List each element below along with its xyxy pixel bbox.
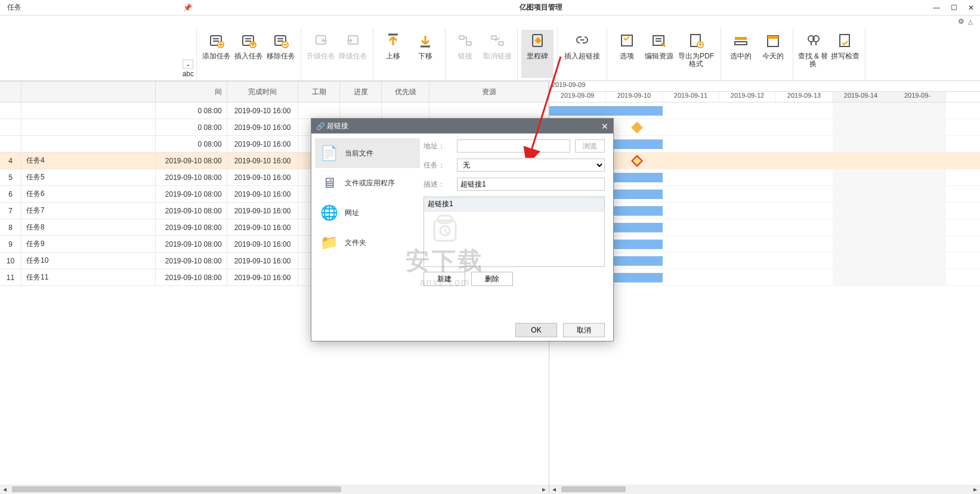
cell-start[interactable]: 2019-09-10 08:00	[156, 153, 227, 169]
dialog-side-item[interactable]: 🖥文件或应用程序	[315, 168, 420, 198]
list-item[interactable]: 超链接1	[424, 197, 604, 212]
dialog-close-button[interactable]: ✕	[601, 122, 608, 131]
milestone-icon[interactable]	[631, 122, 643, 133]
cell-prio[interactable]	[382, 102, 429, 119]
new-button[interactable]: 新建	[423, 272, 465, 286]
cell-name[interactable]: 任务9	[21, 236, 156, 253]
cell-end[interactable]: 2019-09-10 16:00	[227, 203, 299, 219]
minimize-button[interactable]: —	[933, 4, 940, 12]
edit-res-icon	[651, 32, 667, 49]
cell-start[interactable]: 2019-09-10 08:00	[156, 186, 227, 203]
text-format-button[interactable]: ⌄ abc	[183, 60, 194, 78]
maximize-button[interactable]: ☐	[951, 4, 957, 12]
cell-name[interactable]	[21, 119, 156, 136]
cell-start[interactable]: 2019-09-10 08:00	[156, 169, 227, 186]
h-scrollbar-right[interactable]: ◂▸	[549, 484, 980, 494]
cell-end[interactable]: 2019-09-10 16:00	[227, 186, 299, 203]
gantt-bar[interactable]	[549, 106, 663, 116]
ribbon-find-replace[interactable]: 查找 & 替换	[797, 30, 829, 78]
cell-prog[interactable]	[340, 102, 382, 119]
gantt-row[interactable]	[549, 203, 980, 219]
address-input[interactable]	[457, 139, 570, 153]
gantt-row[interactable]	[549, 153, 980, 169]
ribbon-hyperlink[interactable]: 插入超链接	[561, 30, 603, 78]
gantt-row[interactable]	[549, 236, 980, 253]
ribbon-remove-task[interactable]: 移除任务	[265, 30, 297, 78]
cancel-button[interactable]: 取消	[563, 323, 605, 337]
cell-name[interactable]: 任务8	[21, 219, 156, 236]
cell-start[interactable]: 2019-09-10 08:00	[156, 253, 227, 269]
ribbon-milestone[interactable]: 里程碑	[521, 30, 554, 78]
gantt-row[interactable]	[549, 253, 980, 269]
ribbon-today[interactable]: 今天的	[757, 30, 789, 78]
ribbon-selected[interactable]: 选中的	[725, 30, 757, 78]
cell-end[interactable]: 2019-09-10 16:00	[227, 236, 299, 253]
cell-start[interactable]: 0 08:00	[156, 119, 227, 136]
ribbon-link[interactable]: 链接	[449, 30, 481, 78]
cell-end[interactable]: 2019-09-10 16:00	[227, 269, 299, 286]
ribbon-options[interactable]: 选项	[611, 30, 643, 78]
svg-rect-13	[499, 42, 503, 45]
cell-end[interactable]: 2019-09-10 16:00	[227, 169, 299, 186]
ribbon-unlink[interactable]: 取消链接	[481, 30, 514, 78]
cell-name[interactable]	[21, 102, 156, 119]
cell-name[interactable]: 任务6	[21, 186, 156, 203]
gantt-row[interactable]	[549, 136, 980, 153]
cell-end[interactable]: 2019-09-10 16:00	[227, 119, 299, 136]
cell-end[interactable]: 2019-09-10 16:00	[227, 219, 299, 236]
ribbon-edit-res[interactable]: 编辑资源	[643, 30, 675, 78]
collapse-icon[interactable]: △	[968, 18, 973, 25]
close-button[interactable]: ✕	[968, 4, 974, 12]
ribbon-add-task[interactable]: 添加任务	[200, 30, 233, 78]
ribbon-demote[interactable]: 降级任务	[337, 30, 369, 78]
cell-name[interactable]: 任务7	[21, 203, 156, 219]
ribbon-move-up[interactable]: 上移	[377, 30, 409, 78]
cell-index	[0, 136, 21, 153]
cell-end[interactable]: 2019-09-10 16:00	[227, 136, 299, 153]
cell-start[interactable]: 2019-09-10 08:00	[156, 236, 227, 253]
cell-name[interactable]	[21, 136, 156, 153]
ribbon-promote[interactable]: 升级任务	[305, 30, 337, 78]
svg-rect-20	[735, 37, 747, 40]
cell-name[interactable]: 任务4	[21, 153, 156, 169]
browse-button[interactable]: 浏览	[575, 139, 605, 153]
cell-end[interactable]: 2019-09-10 16:00	[227, 253, 299, 269]
link-list[interactable]: 超链接1	[423, 197, 605, 267]
dialog-side-item[interactable]: 📁文件夹	[315, 228, 420, 257]
cell-res[interactable]	[429, 102, 549, 119]
gear-icon[interactable]: ⚙	[958, 17, 964, 26]
cell-start[interactable]: 2019-09-10 08:00	[156, 203, 227, 219]
pin-icon[interactable]: 📌	[183, 4, 192, 12]
ok-button[interactable]: OK	[515, 323, 557, 337]
dialog-side-item[interactable]: 🌐网址	[315, 198, 420, 228]
gantt-row[interactable]	[549, 169, 980, 186]
h-scrollbar-left[interactable]: ◂▸	[0, 484, 549, 494]
svg-rect-16	[622, 35, 632, 46]
cell-start[interactable]: 2019-09-10 08:00	[156, 269, 227, 286]
ribbon-export-pdf[interactable]: 导出为PDF格式	[675, 30, 717, 78]
cell-end[interactable]: 2019-09-10 16:00	[227, 153, 299, 169]
gantt-row[interactable]	[549, 186, 980, 203]
cell-name[interactable]: 任务5	[21, 169, 156, 186]
task-select[interactable]: 无	[457, 159, 605, 172]
cell-start[interactable]: 0 08:00	[156, 102, 227, 119]
gantt-row[interactable]	[549, 119, 980, 136]
ribbon-insert-task[interactable]: 插入任务	[233, 30, 265, 78]
cell-end[interactable]: 2019-09-10 16:00	[227, 102, 299, 119]
gantt-row[interactable]	[549, 219, 980, 236]
desc-input[interactable]	[457, 178, 605, 191]
cell-index: 8	[0, 219, 21, 236]
cell-start[interactable]: 0 08:00	[156, 136, 227, 153]
ribbon-spell[interactable]: 拼写检查	[829, 30, 861, 78]
delete-button[interactable]: 删除	[471, 272, 513, 286]
gantt-row[interactable]	[549, 269, 980, 286]
milestone-icon[interactable]	[631, 155, 643, 167]
cell-dur[interactable]	[298, 102, 340, 119]
gantt-row[interactable]	[549, 102, 980, 119]
cell-start[interactable]: 2019-09-10 08:00	[156, 219, 227, 236]
ribbon-move-down[interactable]: 下移	[409, 30, 441, 78]
table-row[interactable]: 0 08:002019-09-10 16:00	[0, 102, 549, 119]
cell-name[interactable]: 任务11	[21, 269, 156, 286]
dialog-side-item[interactable]: 📄当前文件	[315, 138, 420, 168]
cell-name[interactable]: 任务10	[21, 253, 156, 269]
